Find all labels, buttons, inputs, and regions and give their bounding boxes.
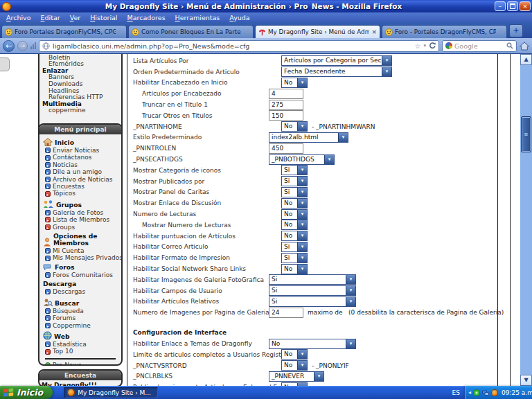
sidebar-item-descargas[interactable]: ▸Descargas xyxy=(45,288,119,295)
search-placeholder[interactable]: Google xyxy=(454,42,504,50)
form-select-mostrar-publicados-por[interactable]: Si▾ xyxy=(281,176,308,186)
sidebar-item-mi-cuenta[interactable]: ▸Mi Cuenta xyxy=(45,247,119,254)
restore-button[interactable] xyxy=(507,1,518,11)
tab-close-icon[interactable]: × xyxy=(498,28,504,35)
tray-green-icon[interactable] xyxy=(473,389,480,396)
bookmark-star-icon[interactable]: ☆ xyxy=(415,42,421,50)
new-tab-button[interactable]: + xyxy=(509,24,523,37)
sidebar-item-lista-de-miembros[interactable]: ▸Lista de Miembros xyxy=(45,216,119,223)
table-border-line xyxy=(510,54,511,386)
form-select-limite-de-articulos-completos-[interactable]: No▾ xyxy=(281,349,308,360)
taskbar-clock: 09:25 a.m. xyxy=(502,389,532,396)
form-select-pnclrblks[interactable]: _PNNEVER▾ xyxy=(269,371,324,382)
tab-close-icon[interactable]: × xyxy=(118,28,123,35)
form-select-estilo-predeterminado[interactable]: index2alb.html▾ xyxy=(269,132,348,143)
form-select-orden-predeterminado-de-articu[interactable]: Fecha Descendente▾ xyxy=(281,66,392,77)
reload-icon[interactable] xyxy=(429,42,436,49)
form-select-pnartinhome[interactable]: No▾ xyxy=(281,121,308,132)
sidebar-item-galer-a-de-fotos[interactable]: ▸Galería de Fotos xyxy=(45,209,119,216)
form-select-mostrar-numero-de-lecturas[interactable]: No▾ xyxy=(281,220,308,230)
sidebar-item-label: Tópicos xyxy=(53,190,76,197)
form-select-numero-de-lecturas[interactable]: No▾ xyxy=(281,209,308,220)
menubar-item-archivo[interactable]: Archivo xyxy=(1,14,36,21)
close-button[interactable]: × xyxy=(520,1,531,11)
minimize-button[interactable]: – xyxy=(495,1,506,11)
sidebar-item-t-picos[interactable]: ▸Tópicos xyxy=(45,190,119,197)
form-input-numero-de-imagenes-por-pagina-[interactable] xyxy=(269,308,303,318)
tray-firefox-icon[interactable] xyxy=(491,389,498,396)
search-input[interactable]: Google xyxy=(442,40,517,52)
form-select-mostrar-categor-a-de-iconos[interactable]: Si▾ xyxy=(281,165,308,175)
menubar-item-editar[interactable]: Editar xyxy=(36,14,65,21)
form-select-habilitar-imagenes-de-galeria-[interactable]: Si▾ xyxy=(269,274,356,285)
sidebar-item-cont-ctanos[interactable]: ▸Contáctanos xyxy=(45,154,119,161)
sidebar-item-coppermine[interactable]: coppermine xyxy=(48,107,119,114)
tab-my-dragonfly-site-men-de[interactable]: My Dragonfly Site › Menú de Administraci… xyxy=(255,25,380,38)
sidebar-item-pro-news[interactable]: ▸Pro News xyxy=(45,362,119,366)
form-select-lista-art-culos-por[interactable]: Artículos por Categoría por Sección▾ xyxy=(281,55,392,66)
form-label-limite-de-articulos-completos-: Limite de articulos completos a Usuarios… xyxy=(133,351,269,358)
search-icon[interactable] xyxy=(506,42,513,49)
menubar-item-ver[interactable]: Ver xyxy=(65,14,86,21)
form-select-pnactvsrtord[interactable]: No▾ xyxy=(281,360,308,371)
sidebar-item-noticias[interactable]: ▸Noticias xyxy=(45,161,119,168)
form-input-truncar-en-el-titulo-1[interactable] xyxy=(269,100,303,110)
language-indicator[interactable]: ES xyxy=(447,389,466,396)
tab-foro-portales-dragonflyc[interactable]: Foro Portales DragonFlyCMS, CPGNuke -...… xyxy=(1,25,127,38)
sidebar-item-b-squeda[interactable]: ▸Búsqueda xyxy=(45,308,119,314)
form-input-trucar-otros-en-titulos[interactable] xyxy=(269,110,303,121)
forum-icon xyxy=(43,264,53,271)
form-select-mostrar-panel-de-caritas[interactable]: Si▾ xyxy=(281,187,308,197)
form-label-mostrar-publicados-por: Mostrar Publicados por xyxy=(133,178,269,185)
home-icon[interactable] xyxy=(520,42,529,51)
form-select-mostrar-enlace-de-discusi-n[interactable]: No▾ xyxy=(281,198,308,209)
form-row: Habilitar puntuacion de ArtículosNo▾ xyxy=(127,231,497,242)
sidebar-item-forums[interactable]: ▸Forums xyxy=(45,314,119,321)
form-select-habilitar-puntuacion-de-art-cu[interactable]: No▾ xyxy=(281,231,308,241)
menubar-item-ayuda[interactable]: Ayuda xyxy=(224,14,254,21)
page-corner-decoration xyxy=(0,57,10,71)
form-select-habilitar-encabezado-en-inicio[interactable]: No▾ xyxy=(281,78,308,88)
form-select-habilitar-social-network-share[interactable]: No▾ xyxy=(281,264,308,274)
link-arrow-icon: ▸ xyxy=(45,256,51,261)
form-select-habilitar-art-culos-relativos[interactable]: Si▾ xyxy=(269,296,356,307)
firefox-icon xyxy=(2,2,11,11)
scroll-up-button[interactable]: ▲ xyxy=(520,54,532,65)
url-bar[interactable]: ligamlbclasico.uni.me/admin.php?op=Pro_N… xyxy=(39,40,439,52)
tab-close-icon[interactable]: × xyxy=(245,28,250,35)
form-select-habilitar-enlace-a-temas-de-dr[interactable]: No▾ xyxy=(269,339,356,349)
menubar-item-historial[interactable]: Historial xyxy=(85,14,122,21)
url-dropdown-icon[interactable]: ▾ xyxy=(423,43,426,48)
sidebar-item-archivo-de-noticias[interactable]: ▸Archivo de Noticias xyxy=(45,176,119,183)
sidebar-item-top-10[interactable]: ▸Top 10 xyxy=(45,348,119,355)
form-input-art-culos-por-encabezado[interactable] xyxy=(269,89,303,99)
scroll-down-button[interactable]: ▼ xyxy=(520,375,532,386)
tray-chevron-icon[interactable]: ◂ xyxy=(468,389,471,396)
sidebar-item-dile-a-un-amigo[interactable]: ▸Dile a un amigo xyxy=(45,168,119,175)
sidebar-item-foros-comunitarios[interactable]: ▸Foros Comunitarios xyxy=(45,272,119,278)
start-button[interactable]: Inicio xyxy=(0,386,53,399)
tab-foro-portales-dragonflyc[interactable]: Foro - Portales DragonFlyCMS, CPGNuke...… xyxy=(382,25,507,38)
menubar-item-marcadores[interactable]: Marcadores xyxy=(122,14,170,21)
sidebar-item-estad-stica[interactable]: ▸Estadística xyxy=(45,341,119,348)
form-input-pnintrolen[interactable] xyxy=(269,143,303,154)
tab-como-poner-bloques-en-la[interactable]: Como Poner Bloques En La Parte Derech...… xyxy=(128,25,254,38)
sidebar-item-enviar-noticias[interactable]: ▸Enviar Noticias xyxy=(45,147,119,154)
scrollbar-thumb[interactable]: ≡ xyxy=(521,116,531,152)
menubar-item-herramientas[interactable]: Herramientas xyxy=(170,14,225,21)
form-select-habilitar-correo-articulo[interactable]: Si▾ xyxy=(281,242,308,252)
forward-button[interactable]: → xyxy=(17,41,28,51)
vertical-scrollbar[interactable]: ▲ ≡ ▼ xyxy=(520,54,532,386)
form-select-habilitar-formato-de-impresion[interactable]: Si▾ xyxy=(281,253,308,263)
sidebar-item-mis-mensajes-privados[interactable]: ▸Mis Mensajes Privados xyxy=(45,254,119,261)
sidebar-item-coppermine[interactable]: ▸Coppermine xyxy=(45,322,119,329)
form-select-habilitar-campos-de-usuario[interactable]: Si▾ xyxy=(269,285,356,296)
back-button[interactable]: ← xyxy=(3,40,15,52)
tray-network-icon[interactable] xyxy=(482,389,489,396)
sidebar-item-encuestas[interactable]: ▸Encuestas xyxy=(45,183,119,190)
sidebar-item-groups[interactable]: ▸Groups xyxy=(45,224,119,231)
taskbar-window-button[interactable]: My Dragonfly Site › M... xyxy=(64,387,158,398)
url-text[interactable]: ligamlbclasico.uni.me/admin.php?op=Pro_N… xyxy=(53,42,412,50)
form-select-pnsecathdgs[interactable]: _PNBOTHDGS▾ xyxy=(269,154,335,165)
tab-close-icon[interactable]: × xyxy=(371,28,377,35)
